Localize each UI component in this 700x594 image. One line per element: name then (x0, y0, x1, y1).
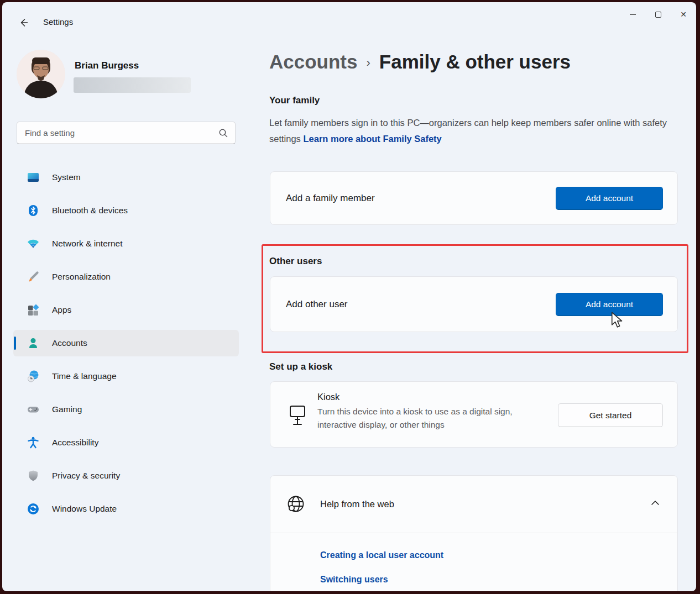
breadcrumb-parent[interactable]: Accounts (269, 51, 357, 73)
chevron-up-icon[interactable] (651, 500, 660, 506)
search-input[interactable]: Find a setting (17, 122, 236, 144)
search-placeholder: Find a setting (25, 128, 218, 138)
kiosk-heading: Set up a kiosk (269, 361, 332, 372)
accounts-icon (27, 337, 40, 350)
add-family-account-button[interactable]: Add account (556, 187, 663, 210)
maximize-button[interactable] (645, 2, 671, 27)
help-link-local-account[interactable]: Creating a local user account (320, 550, 443, 560)
sidebar-item-accounts[interactable]: Accounts (13, 330, 239, 356)
minimize-button[interactable] (620, 2, 645, 27)
titlebar: Settings ✕ (2, 2, 696, 33)
sidebar-item-network[interactable]: Network & internet (13, 230, 239, 257)
user-email-blurred (74, 77, 191, 93)
close-button[interactable]: ✕ (671, 2, 696, 27)
sidebar-item-accessibility[interactable]: Accessibility (13, 429, 239, 456)
your-family-heading: Your family (269, 95, 320, 106)
sidebar-nav: System Bluetooth & devices Network & int… (13, 164, 239, 529)
system-icon (27, 171, 40, 184)
add-family-member-card: Add a family member Add account (270, 171, 678, 225)
windows-update-icon (27, 502, 40, 516)
get-started-button[interactable]: Get started (558, 403, 663, 427)
personalization-icon (27, 270, 40, 283)
sidebar-item-bluetooth[interactable]: Bluetooth & devices (13, 197, 239, 224)
sidebar-item-label: Gaming (52, 404, 82, 414)
kiosk-title: Kiosk (317, 392, 539, 402)
gaming-icon (27, 403, 40, 416)
sidebar-item-personalization[interactable]: Personalization (13, 264, 239, 290)
back-arrow-icon (18, 17, 29, 28)
time-language-icon (27, 370, 40, 383)
sidebar-item-gaming[interactable]: Gaming (13, 396, 239, 423)
sidebar-item-label: Windows Update (52, 504, 117, 514)
back-button[interactable] (14, 13, 33, 32)
app-title: Settings (43, 17, 73, 27)
network-icon (27, 237, 40, 250)
sidebar-item-label: System (52, 172, 81, 182)
search-icon (218, 128, 228, 138)
kiosk-icon (289, 405, 306, 427)
sidebar-item-privacy[interactable]: Privacy & security (13, 462, 239, 489)
help-link-switching-users[interactable]: Switching users (320, 575, 388, 585)
help-header[interactable]: Help from the web (270, 476, 677, 533)
sidebar-item-label: Time & language (52, 371, 117, 381)
bluetooth-icon (27, 204, 40, 217)
sidebar-item-windows-update[interactable]: Windows Update (13, 496, 239, 522)
add-other-user-card: Add other user Add account (270, 276, 678, 332)
sidebar-item-label: Privacy & security (52, 471, 120, 481)
avatar-photo (17, 50, 65, 98)
kiosk-card: Kiosk Turn this device into a kiosk to u… (270, 381, 678, 448)
help-from-web-card: Help from the web Creating a local user … (270, 475, 678, 591)
sidebar-item-apps[interactable]: Apps (13, 297, 239, 323)
apps-icon (27, 303, 40, 317)
sidebar-item-label: Accessibility (52, 438, 98, 448)
your-family-description: Let family members sign in to this PC—or… (269, 115, 680, 147)
breadcrumb-separator-icon: › (366, 56, 370, 70)
sidebar-item-label: Bluetooth & devices (52, 206, 128, 215)
accessibility-icon (27, 436, 40, 449)
user-name: Brian Burgess (75, 60, 139, 71)
settings-window: Settings ✕ Brian Burgess Find a setting (2, 2, 696, 591)
kiosk-description: Turn this device into a kiosk to use as … (317, 405, 539, 431)
other-users-heading: Other users (269, 256, 322, 267)
page-title: Family & other users (379, 51, 571, 73)
sidebar-item-label: Accounts (52, 338, 87, 348)
maximize-icon (655, 12, 661, 18)
avatar[interactable] (17, 50, 65, 98)
sidebar-item-time-language[interactable]: Time & language (13, 363, 239, 390)
sidebar-item-system[interactable]: System (13, 164, 239, 191)
close-icon: ✕ (680, 10, 687, 18)
family-safety-link[interactable]: Learn more about Family Safety (303, 134, 441, 144)
minimize-icon (630, 14, 636, 15)
add-other-user-label: Add other user (286, 299, 556, 310)
globe-search-icon (286, 495, 305, 514)
sidebar-item-label: Personalization (52, 272, 111, 282)
breadcrumb: Accounts › Family & other users (269, 51, 571, 73)
sidebar-item-label: Apps (52, 305, 71, 315)
sidebar-item-label: Network & internet (52, 239, 123, 249)
add-other-account-button[interactable]: Add account (556, 293, 663, 316)
privacy-icon (27, 469, 40, 482)
add-family-member-label: Add a family member (286, 193, 556, 204)
help-title: Help from the web (320, 499, 394, 509)
divider (270, 533, 677, 533)
